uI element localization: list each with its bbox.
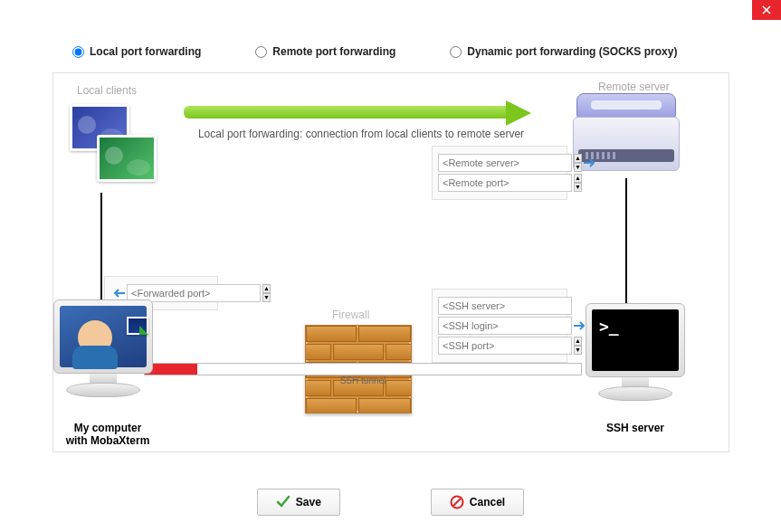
save-button[interactable]: Save (257, 489, 340, 516)
ssh-server-input[interactable] (438, 297, 572, 315)
ssh-server-icon: >_ (576, 303, 694, 421)
remote-server-input[interactable] (438, 154, 572, 172)
remote-server-spinner[interactable]: ▲▼ (574, 154, 582, 172)
close-icon (762, 5, 771, 14)
cancel-button-label: Cancel (470, 496, 505, 508)
ssh-login-input[interactable] (438, 317, 572, 335)
ssh-server-label: SSH server (576, 422, 694, 434)
radio-remote[interactable]: Remote port forwarding (255, 45, 395, 58)
remote-params-box: ▲▼ ▲▼ (432, 146, 567, 200)
diagram-frame: Local clients Remote server Firewall Loc… (52, 72, 729, 452)
radio-local-label: Local port forwarding (90, 45, 201, 58)
ssh-tunnel-label: SSH tunnel (144, 375, 582, 385)
my-computer-icon (44, 299, 162, 417)
remote-server-label: Remote server (598, 81, 670, 93)
save-button-label: Save (296, 496, 321, 508)
remote-connect-arrow-icon (582, 155, 598, 171)
firewall-label: Firewall (332, 309, 369, 321)
remote-port-input[interactable] (438, 174, 572, 192)
line-remote-to-ssh (625, 178, 627, 305)
cancel-button[interactable]: Cancel (431, 489, 524, 516)
radio-remote-label: Remote port forwarding (272, 45, 395, 58)
radio-remote-input[interactable] (255, 46, 267, 58)
local-clients-label: Local clients (77, 84, 137, 97)
close-button[interactable] (752, 0, 781, 20)
radio-dynamic-label: Dynamic port forwarding (SOCKS proxy) (467, 45, 677, 58)
flow-description: Local port forwarding: connection from l… (185, 128, 538, 140)
cancel-icon (450, 495, 464, 509)
radio-dynamic[interactable]: Dynamic port forwarding (SOCKS proxy) (450, 45, 677, 58)
ssh-tunnel-bar (144, 363, 582, 375)
check-icon (276, 495, 290, 509)
local-clients-icon (64, 99, 173, 195)
flow-arrow-icon (184, 100, 533, 126)
dialog-buttons: Save Cancel (0, 489, 781, 516)
forwarding-type-radios: Local port forwarding Remote port forwar… (0, 0, 781, 74)
terminal-prompt-icon: >_ (599, 317, 619, 336)
forwarded-port-spinner[interactable]: ▲▼ (262, 284, 271, 302)
radio-local[interactable]: Local port forwarding (72, 45, 201, 58)
radio-dynamic-input[interactable] (450, 46, 462, 58)
ssh-port-input[interactable] (438, 337, 572, 355)
radio-local-input[interactable] (72, 46, 84, 58)
line-clients-to-computer (100, 193, 102, 301)
remote-port-spinner[interactable]: ▲▼ (574, 174, 582, 192)
ssh-params-box: ▲▼ (432, 289, 567, 363)
my-computer-label: My computerwith MobaXterm (44, 422, 171, 447)
